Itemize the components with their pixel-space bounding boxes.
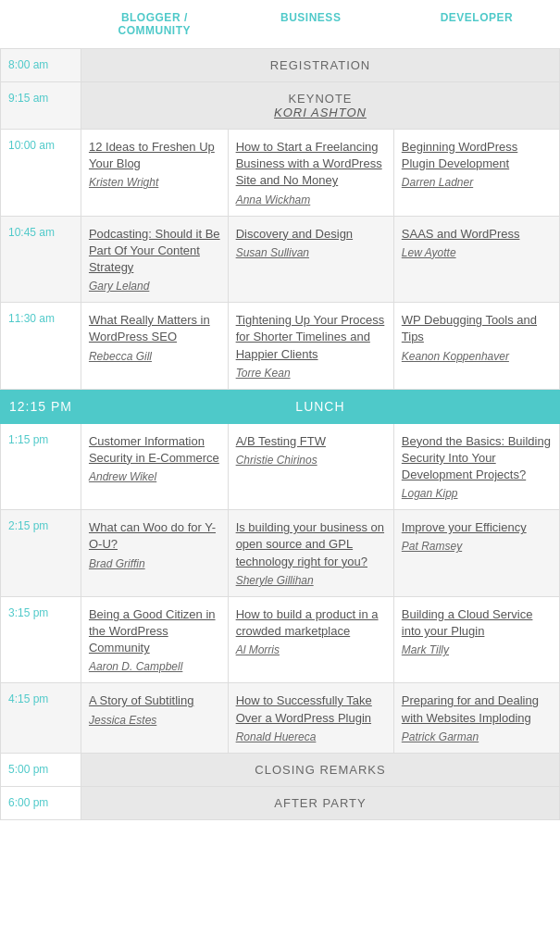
full-span-cell: CLOSING REMARKS bbox=[81, 753, 559, 786]
session-title[interactable]: WP Debugging Tools and Tips bbox=[402, 312, 552, 345]
full-span-cell: REGISTRATION bbox=[81, 49, 559, 82]
session-speaker[interactable]: Andrew Wikel bbox=[89, 470, 220, 483]
col-header-developer: DEVELOPER bbox=[393, 0, 559, 49]
session-title[interactable]: Podcasting: Should it Be Part Of Your Co… bbox=[89, 226, 220, 277]
session-speaker[interactable]: Mark Tilly bbox=[402, 643, 552, 656]
session-cell: Beyond the Basics: Building Security Int… bbox=[393, 423, 559, 510]
time-cell: 1:15 pm bbox=[1, 423, 81, 510]
schedule-table: BLOGGER / COMMUNITY BUSINESS DEVELOPER 8… bbox=[0, 0, 560, 820]
lunch-cell: Lunch bbox=[81, 389, 559, 423]
session-cell: Improve your Efficiency Pat Ramsey bbox=[393, 510, 559, 597]
time-cell: 10:45 am bbox=[1, 216, 81, 303]
session-title[interactable]: What Really Matters in WordPress SEO bbox=[89, 312, 220, 345]
session-cell: What can Woo do for Y-O-U? Brad Griffin bbox=[81, 510, 228, 597]
col-header-time bbox=[1, 0, 81, 49]
session-title[interactable]: Building a Cloud Service into your Plugi… bbox=[402, 606, 552, 640]
session-cell: Building a Cloud Service into your Plugi… bbox=[393, 596, 559, 683]
session-cell: How to build a product in a crowded mark… bbox=[228, 596, 393, 683]
session-speaker[interactable]: Anna Wickham bbox=[236, 193, 386, 206]
session-cell: Discovery and Design Susan Sullivan bbox=[228, 216, 393, 303]
session-title[interactable]: Beginning WordPress Plugin Development bbox=[402, 139, 552, 172]
time-cell: 4:15 pm bbox=[1, 683, 81, 753]
session-title[interactable]: How to Start a Freelancing Business with… bbox=[236, 139, 386, 190]
session-speaker[interactable]: Christie Chirinos bbox=[236, 454, 386, 467]
full-span-cell: AFTER PARTY bbox=[81, 786, 559, 819]
session-speaker[interactable]: Logan Kipp bbox=[402, 487, 552, 500]
session-speaker[interactable]: Al Morris bbox=[236, 643, 386, 656]
session-speaker[interactable]: Rebecca Gill bbox=[89, 350, 220, 363]
session-title[interactable]: How to build a product in a crowded mark… bbox=[236, 606, 386, 640]
session-title[interactable]: Improve your Efficiency bbox=[402, 519, 552, 536]
session-speaker[interactable]: Lew Ayotte bbox=[402, 246, 552, 259]
session-speaker[interactable]: Keanon Koppenhaver bbox=[402, 350, 552, 363]
time-cell: 8:00 am bbox=[1, 49, 81, 82]
session-cell: Customer Information Security in E-Comme… bbox=[81, 423, 228, 510]
session-speaker[interactable]: Sheryle Gillihan bbox=[236, 574, 386, 587]
session-cell: How to Successfully Take Over a WordPres… bbox=[228, 683, 393, 753]
session-speaker[interactable]: Kristen Wright bbox=[89, 176, 220, 189]
session-title[interactable]: A/B Testing FTW bbox=[236, 433, 386, 450]
time-cell: 9:15 am bbox=[1, 82, 81, 130]
keynote-label: KEYNOTE bbox=[89, 92, 552, 106]
session-cell: A/B Testing FTW Christie Chirinos bbox=[228, 423, 393, 510]
session-title[interactable]: SAAS and WordPress bbox=[402, 226, 552, 243]
session-cell: SAAS and WordPress Lew Ayotte bbox=[393, 216, 559, 303]
session-speaker[interactable]: Aaron D. Campbell bbox=[89, 660, 220, 673]
session-title[interactable]: Being a Good Citizen in the WordPress Co… bbox=[89, 606, 220, 657]
session-cell: WP Debugging Tools and Tips Keanon Koppe… bbox=[393, 303, 559, 390]
session-title[interactable]: How to Successfully Take Over a WordPres… bbox=[236, 692, 386, 726]
session-cell: Beginning WordPress Plugin Development D… bbox=[393, 130, 559, 217]
session-cell: A Story of Subtitling Jessica Estes bbox=[81, 683, 228, 753]
session-title[interactable]: Discovery and Design bbox=[236, 226, 386, 243]
session-title[interactable]: 12 Ideas to Freshen Up Your Blog bbox=[89, 139, 220, 172]
session-speaker[interactable]: Torre Kean bbox=[236, 367, 386, 380]
session-speaker[interactable]: Patrick Garman bbox=[402, 730, 552, 743]
session-cell: Tightening Up Your Process for Shorter T… bbox=[228, 303, 393, 390]
session-title[interactable]: Is building your business on open source… bbox=[236, 519, 386, 570]
session-speaker[interactable]: Brad Griffin bbox=[89, 557, 220, 570]
session-speaker[interactable]: Ronald Huereca bbox=[236, 730, 386, 743]
time-cell: 6:00 pm bbox=[1, 786, 81, 819]
session-speaker[interactable]: Pat Ramsey bbox=[402, 540, 552, 553]
time-cell: 2:15 pm bbox=[1, 510, 81, 597]
session-title[interactable]: Preparing for and Dealing with Websites … bbox=[402, 692, 552, 726]
time-cell: 5:00 pm bbox=[1, 753, 81, 786]
session-cell: What Really Matters in WordPress SEO Reb… bbox=[81, 303, 228, 390]
keynote-speaker: KORI ASHTON bbox=[89, 106, 552, 119]
session-cell: 12 Ideas to Freshen Up Your Blog Kristen… bbox=[81, 130, 228, 217]
time-cell: 3:15 pm bbox=[1, 596, 81, 683]
col-header-blogger: BLOGGER / COMMUNITY bbox=[81, 0, 228, 49]
session-speaker[interactable]: Darren Ladner bbox=[402, 176, 552, 189]
session-title[interactable]: A Story of Subtitling bbox=[89, 692, 220, 709]
session-cell: Being a Good Citizen in the WordPress Co… bbox=[81, 596, 228, 683]
col-header-business: BUSINESS bbox=[228, 0, 393, 49]
session-speaker[interactable]: Gary Leland bbox=[89, 280, 220, 293]
time-cell: 11:30 am bbox=[1, 303, 81, 390]
session-cell: How to Start a Freelancing Business with… bbox=[228, 130, 393, 217]
time-cell: 12:15 pm bbox=[1, 389, 81, 423]
session-title[interactable]: Beyond the Basics: Building Security Int… bbox=[402, 433, 552, 484]
time-cell: 10:00 am bbox=[1, 130, 81, 217]
session-cell: Podcasting: Should it Be Part Of Your Co… bbox=[81, 216, 228, 303]
session-title[interactable]: What can Woo do for Y-O-U? bbox=[89, 519, 220, 553]
session-cell: Preparing for and Dealing with Websites … bbox=[393, 683, 559, 753]
session-speaker[interactable]: Susan Sullivan bbox=[236, 246, 386, 259]
session-title[interactable]: Customer Information Security in E-Comme… bbox=[89, 433, 220, 467]
session-speaker[interactable]: Jessica Estes bbox=[89, 714, 220, 727]
session-title[interactable]: Tightening Up Your Process for Shorter T… bbox=[236, 312, 386, 363]
keynote-cell: KEYNOTE KORI ASHTON bbox=[81, 82, 559, 130]
session-cell: Is building your business on open source… bbox=[228, 510, 393, 597]
